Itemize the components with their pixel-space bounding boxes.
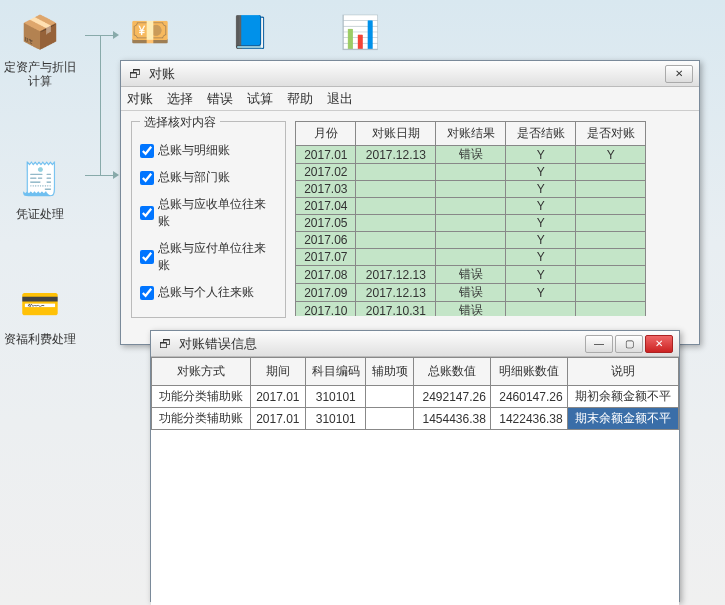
grid-cell[interactable]: Y bbox=[506, 198, 576, 215]
grid-cell[interactable]: 2017.07 bbox=[296, 249, 356, 266]
desktop-icon-voucher-processing[interactable]: 🧾 凭证处理 bbox=[0, 155, 80, 221]
check-general-detail[interactable]: 总账与明细账 bbox=[140, 142, 277, 159]
grid-cell[interactable]: Y bbox=[506, 249, 576, 266]
grid-cell[interactable]: 2017.02 bbox=[296, 164, 356, 181]
grid-cell[interactable]: 2017.01 bbox=[250, 386, 306, 408]
grid-cell[interactable] bbox=[576, 198, 646, 215]
menu-trial[interactable]: 试算 bbox=[247, 90, 273, 108]
checkbox[interactable] bbox=[140, 144, 154, 158]
grid-cell[interactable] bbox=[436, 249, 506, 266]
grid-cell[interactable] bbox=[576, 181, 646, 198]
grid-header[interactable]: 说明 bbox=[567, 358, 678, 386]
grid-cell[interactable] bbox=[356, 164, 436, 181]
grid-cell[interactable]: 2017.05 bbox=[296, 215, 356, 232]
reconcile-grid[interactable]: 月份对账日期对账结果是否结账是否对账 2017.012017.12.13错误YY… bbox=[295, 121, 646, 316]
grid-cell[interactable]: 1422436.38 bbox=[490, 408, 567, 430]
grid-header[interactable]: 对账日期 bbox=[356, 122, 436, 146]
table-row[interactable]: 2017.082017.12.13错误Y bbox=[296, 266, 646, 284]
table-row[interactable]: 功能分类辅助账2017.013101011454436.381422436.38… bbox=[152, 408, 679, 430]
grid-cell[interactable]: 1454436.38 bbox=[414, 408, 491, 430]
grid-cell[interactable]: 错误 bbox=[436, 284, 506, 302]
grid-cell[interactable]: 2017.10.31 bbox=[356, 302, 436, 317]
grid-cell[interactable] bbox=[506, 302, 576, 317]
grid-cell[interactable]: 错误 bbox=[436, 302, 506, 317]
table-row[interactable]: 2017.04Y bbox=[296, 198, 646, 215]
grid-cell[interactable]: 2460147.26 bbox=[490, 386, 567, 408]
table-row[interactable]: 2017.05Y bbox=[296, 215, 646, 232]
grid-cell[interactable]: 2017.03 bbox=[296, 181, 356, 198]
menu-reconcile[interactable]: 对账 bbox=[127, 90, 153, 108]
grid-cell[interactable] bbox=[356, 198, 436, 215]
checkbox[interactable] bbox=[140, 250, 154, 264]
grid-cell[interactable]: Y bbox=[506, 284, 576, 302]
grid-cell[interactable] bbox=[356, 232, 436, 249]
checkbox[interactable] bbox=[140, 206, 154, 220]
grid-cell[interactable]: 310101 bbox=[306, 386, 366, 408]
check-general-personal[interactable]: 总账与个人往来账 bbox=[140, 284, 277, 301]
menu-help[interactable]: 帮助 bbox=[287, 90, 313, 108]
grid-cell[interactable] bbox=[356, 215, 436, 232]
grid-header[interactable]: 是否对账 bbox=[576, 122, 646, 146]
maximize-button[interactable]: ▢ bbox=[615, 335, 643, 353]
table-row[interactable]: 2017.092017.12.13错误Y bbox=[296, 284, 646, 302]
checkbox[interactable] bbox=[140, 171, 154, 185]
grid-header[interactable]: 对账方式 bbox=[152, 358, 251, 386]
grid-cell[interactable]: 错误 bbox=[436, 266, 506, 284]
grid-cell[interactable]: Y bbox=[506, 232, 576, 249]
grid-cell[interactable] bbox=[366, 386, 414, 408]
grid-cell[interactable] bbox=[356, 181, 436, 198]
grid-cell[interactable]: 错误 bbox=[436, 146, 506, 164]
minimize-button[interactable]: — bbox=[585, 335, 613, 353]
titlebar[interactable]: 🗗 对账错误信息 — ▢ ✕ bbox=[151, 331, 679, 357]
close-button[interactable]: ✕ bbox=[645, 335, 673, 353]
check-general-receivable[interactable]: 总账与应收单位往来账 bbox=[140, 196, 277, 230]
error-grid[interactable]: 对账方式期间科目编码辅助项总账数值明细账数值说明 功能分类辅助账2017.013… bbox=[151, 357, 679, 430]
grid-cell[interactable] bbox=[576, 284, 646, 302]
grid-cell[interactable]: Y bbox=[506, 181, 576, 198]
grid-cell[interactable]: 2017.09 bbox=[296, 284, 356, 302]
grid-cell[interactable]: 2017.01 bbox=[250, 408, 306, 430]
grid-cell[interactable]: Y bbox=[506, 266, 576, 284]
grid-cell[interactable] bbox=[576, 215, 646, 232]
grid-cell[interactable] bbox=[436, 215, 506, 232]
grid-header[interactable]: 辅助项 bbox=[366, 358, 414, 386]
grid-cell[interactable] bbox=[576, 232, 646, 249]
grid-header[interactable]: 对账结果 bbox=[436, 122, 506, 146]
checkbox[interactable] bbox=[140, 286, 154, 300]
grid-cell[interactable]: Y bbox=[506, 164, 576, 181]
table-row[interactable]: 2017.07Y bbox=[296, 249, 646, 266]
menu-exit[interactable]: 退出 bbox=[327, 90, 353, 108]
grid-cell[interactable] bbox=[436, 164, 506, 181]
grid-cell[interactable]: 2017.04 bbox=[296, 198, 356, 215]
desktop-icon-currency[interactable]: 💴 bbox=[120, 8, 180, 60]
grid-cell[interactable]: 2492147.26 bbox=[414, 386, 491, 408]
table-row[interactable]: 功能分类辅助账2017.013101012492147.262460147.26… bbox=[152, 386, 679, 408]
grid-cell[interactable]: 2017.08 bbox=[296, 266, 356, 284]
grid-cell[interactable]: Y bbox=[506, 215, 576, 232]
table-row[interactable]: 2017.102017.10.31错误 bbox=[296, 302, 646, 317]
grid-cell[interactable] bbox=[356, 249, 436, 266]
grid-cell[interactable]: 2017.10 bbox=[296, 302, 356, 317]
grid-cell[interactable]: 2017.06 bbox=[296, 232, 356, 249]
grid-header[interactable]: 科目编码 bbox=[306, 358, 366, 386]
table-row[interactable]: 2017.06Y bbox=[296, 232, 646, 249]
grid-cell[interactable]: 2017.01 bbox=[296, 146, 356, 164]
grid-cell[interactable]: 2017.12.13 bbox=[356, 146, 436, 164]
grid-cell[interactable] bbox=[576, 302, 646, 317]
grid-cell[interactable]: 期末余额金额不平 bbox=[567, 408, 678, 430]
grid-header[interactable]: 月份 bbox=[296, 122, 356, 146]
check-general-dept[interactable]: 总账与部门账 bbox=[140, 169, 277, 186]
grid-cell[interactable]: 310101 bbox=[306, 408, 366, 430]
grid-cell[interactable]: 2017.12.13 bbox=[356, 266, 436, 284]
grid-cell[interactable]: 期初余额金额不平 bbox=[567, 386, 678, 408]
grid-cell[interactable] bbox=[436, 198, 506, 215]
grid-cell[interactable] bbox=[576, 164, 646, 181]
desktop-icon-welfare[interactable]: 💳 资福利费处理 bbox=[0, 280, 80, 346]
grid-header[interactable]: 期间 bbox=[250, 358, 306, 386]
grid-cell[interactable]: Y bbox=[506, 146, 576, 164]
grid-header[interactable]: 是否结账 bbox=[506, 122, 576, 146]
grid-cell[interactable] bbox=[576, 249, 646, 266]
grid-cell[interactable] bbox=[576, 266, 646, 284]
grid-cell[interactable] bbox=[436, 181, 506, 198]
grid-header[interactable]: 总账数值 bbox=[414, 358, 491, 386]
